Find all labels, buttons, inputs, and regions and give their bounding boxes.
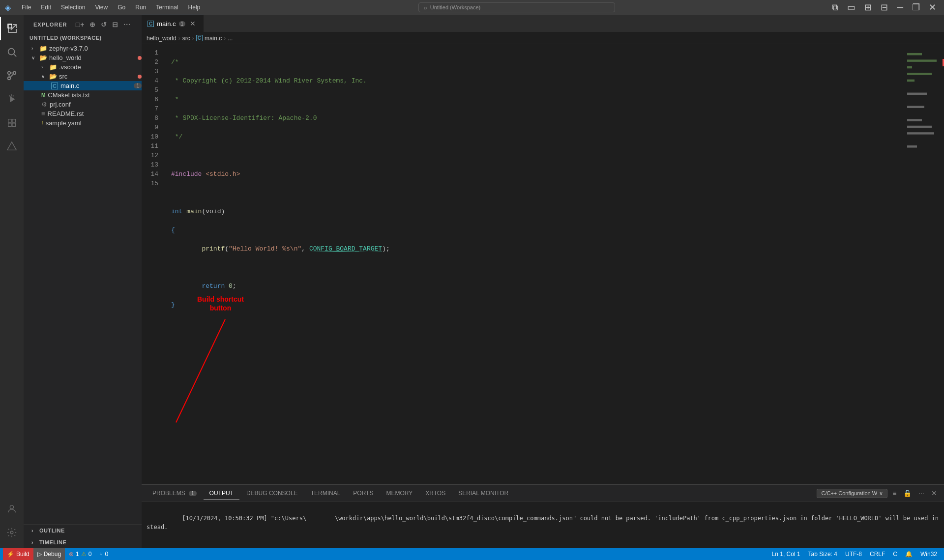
window-controls: ⧉ ▭ ⊞ ⊟ ─ ❐ ✕ xyxy=(829,1,939,14)
svg-rect-13 xyxy=(905,44,944,484)
close-button[interactable]: ✕ xyxy=(926,1,939,14)
encoding[interactable]: UTF-8 xyxy=(841,548,866,560)
breadcrumb-workspace[interactable]: hello_world xyxy=(147,35,177,42)
tab-memory[interactable]: MEMORY xyxy=(380,487,418,500)
menu-bar: File Edit Selection View Go Run Terminal… xyxy=(18,3,204,12)
maximize-button[interactable]: ❐ xyxy=(909,1,923,14)
menu-run[interactable]: Run xyxy=(131,3,150,12)
panel-tab-actions: C/C++ Configuration W ∨ ≡ 🔒 ··· ✕ xyxy=(817,488,939,498)
refresh-icon[interactable]: ↺ xyxy=(100,20,108,29)
breadcrumb-file[interactable]: C main.c xyxy=(196,35,222,42)
activity-item-search[interactable] xyxy=(0,40,24,64)
tree-item-label: src xyxy=(59,73,136,80)
outline-section[interactable]: › OUTLINE xyxy=(24,525,142,536)
more-icon[interactable]: ··· xyxy=(916,488,926,498)
tab-output[interactable]: OUTPUT xyxy=(204,487,239,500)
code-editor[interactable]: 12345 678910 1112131415 /* * Copyright (… xyxy=(142,44,944,484)
breadcrumb-src[interactable]: src xyxy=(182,35,190,42)
tab-badge: 1 xyxy=(179,21,186,27)
code-content[interactable]: /* * Copyright (c) 2012-2014 Wind River … xyxy=(166,44,905,484)
svg-point-10 xyxy=(10,505,13,509)
tree-item-prj-conf[interactable]: ⚙ prj.conf xyxy=(24,100,142,109)
activity-bar xyxy=(0,15,24,548)
git-indicator[interactable]: ⑂ 0 xyxy=(95,548,112,560)
tree-item-label: CMakeLists.txt xyxy=(48,91,142,99)
tab-main-c[interactable]: C main.c 1 ✕ xyxy=(142,15,204,32)
sidebar: EXPLORER □+ ⊕ ↺ ⊟ ··· UNTITLED (WORKSPAC… xyxy=(24,15,142,548)
panel-config-dropdown[interactable]: C/C++ Configuration W ∨ xyxy=(817,489,887,498)
tab-serial-monitor[interactable]: SERIAL MONITOR xyxy=(452,487,514,500)
tree-item-sample-yaml[interactable]: ! sample.yaml xyxy=(24,118,142,128)
svg-rect-17 xyxy=(907,73,932,75)
layout-options[interactable]: ⊟ xyxy=(878,1,891,14)
lock-icon[interactable]: 🔒 xyxy=(901,488,914,498)
tree-item-src[interactable]: ∨ 📂 src xyxy=(24,72,142,81)
activity-item-run-debug[interactable] xyxy=(0,87,24,111)
layout-icon[interactable]: ⧉ xyxy=(829,1,841,14)
tree-item-vscode[interactable]: › 📁 .vscode xyxy=(24,62,142,72)
tab-ports[interactable]: PORTS xyxy=(347,487,379,500)
minimize-button[interactable]: ─ xyxy=(894,1,906,14)
tree-item-readme[interactable]: ≡ README.rst xyxy=(24,109,142,118)
activity-item-settings[interactable] xyxy=(0,521,24,544)
minimap xyxy=(905,44,944,484)
tab-size[interactable]: Tab Size: 4 xyxy=(804,548,841,560)
tab-problems[interactable]: PROBLEMS 1 xyxy=(147,487,203,500)
list-icon[interactable]: ≡ xyxy=(890,488,898,498)
problems-badge: 1 xyxy=(189,491,197,496)
errors-indicator[interactable]: ⊗ 1 ⚠ 0 xyxy=(65,548,95,560)
activity-item-account[interactable] xyxy=(0,497,24,521)
tree-item-hello-world[interactable]: ∨ 📂 hello_world xyxy=(24,53,142,62)
error-icon: ⊗ xyxy=(69,551,74,558)
file-type-icon: C xyxy=(51,83,58,89)
tab-debug-console[interactable]: DEBUG CONSOLE xyxy=(240,487,304,500)
notifications[interactable]: 🔔 xyxy=(901,548,916,560)
collapse-icon: › xyxy=(31,46,39,51)
tab-close-icon[interactable]: ✕ xyxy=(188,19,197,28)
new-file-icon[interactable]: □+ xyxy=(75,20,86,29)
collapse-all-icon[interactable]: ⊟ xyxy=(111,20,119,29)
sidebar-toggle[interactable]: ▭ xyxy=(844,1,858,14)
timeline-section[interactable]: › TIMELINE xyxy=(24,536,142,548)
svg-rect-20 xyxy=(907,106,924,108)
tree-item-label: sample.yaml xyxy=(46,119,142,127)
activity-item-explorer[interactable] xyxy=(0,17,24,40)
cursor-position[interactable]: Ln 1, Col 1 xyxy=(768,548,804,560)
panel-tabs: PROBLEMS 1 OUTPUT DEBUG CONSOLE TERMINAL… xyxy=(142,485,944,502)
tree-item-label: zephyr-v3.7.0 xyxy=(49,45,142,52)
debug-label: Debug xyxy=(44,551,61,558)
sidebar-title: EXPLORER xyxy=(33,22,67,28)
menu-edit[interactable]: Edit xyxy=(37,3,55,12)
tab-xrtos[interactable]: XRTOS xyxy=(419,487,451,500)
tab-terminal[interactable]: TERMINAL xyxy=(305,487,347,500)
menu-help[interactable]: Help xyxy=(184,3,205,12)
menu-file[interactable]: File xyxy=(18,3,35,12)
debug-button[interactable]: ▷ Debug xyxy=(33,548,65,560)
language-mode[interactable]: C xyxy=(889,548,901,560)
activity-item-source-control[interactable] xyxy=(0,64,24,87)
build-button[interactable]: ⚡ Build xyxy=(3,548,33,560)
breadcrumb-more[interactable]: ... xyxy=(228,35,233,42)
warning-icon: ⚠ xyxy=(81,551,87,558)
activity-item-zephyr[interactable] xyxy=(0,135,24,158)
search-icon: ⌕ xyxy=(424,4,427,10)
more-actions-icon[interactable]: ··· xyxy=(122,20,132,29)
tree-item-zephyr[interactable]: › 📁 zephyr-v3.7.0 xyxy=(24,44,142,53)
new-folder-icon[interactable]: ⊕ xyxy=(88,20,97,29)
breadcrumb-sep1: › xyxy=(178,35,180,42)
platform[interactable]: Win32 xyxy=(916,548,941,560)
line-ending[interactable]: CRLF xyxy=(866,548,889,560)
tree-item-main-c[interactable]: C main.c 1 xyxy=(24,81,142,90)
panel-toggle[interactable]: ⊞ xyxy=(861,1,875,14)
breadcrumb: hello_world › src › C main.c › ... xyxy=(142,32,944,44)
menu-view[interactable]: View xyxy=(91,3,112,12)
svg-point-1 xyxy=(8,49,15,55)
sidebar-header-actions: □+ ⊕ ↺ ⊟ ··· xyxy=(75,20,132,29)
menu-terminal[interactable]: Terminal xyxy=(152,3,182,12)
tree-item-cmakelists[interactable]: M CMakeLists.txt xyxy=(24,90,142,100)
activity-item-extensions[interactable] xyxy=(0,111,24,135)
search-box[interactable]: ⌕ Untitled (Workspace) xyxy=(418,2,615,12)
close-panel-icon[interactable]: ✕ xyxy=(929,488,939,498)
menu-go[interactable]: Go xyxy=(114,3,129,12)
menu-selection[interactable]: Selection xyxy=(57,3,89,12)
